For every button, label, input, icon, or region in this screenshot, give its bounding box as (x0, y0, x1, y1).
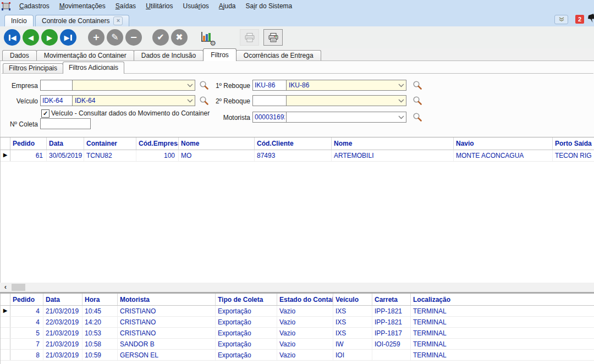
motorista-search-icon[interactable] (412, 112, 422, 123)
column-header-porto-saida[interactable]: Porto Saída (553, 137, 594, 150)
column-header-carreta[interactable]: Carreta (372, 294, 411, 305)
cell-tipo-de-coleta: Exportação (216, 350, 277, 360)
delete-record-icon[interactable]: − (125, 29, 142, 46)
motorista-label: Motorista (212, 114, 250, 122)
scroll-left-icon[interactable]: ‹ (1, 283, 10, 292)
cell-localizacao: TERMINAL (411, 306, 594, 316)
column-header-motorista[interactable]: Motorista (118, 294, 216, 305)
column-header-pedido[interactable]: Pedido (10, 137, 47, 150)
column-header-nome[interactable]: Nome (179, 137, 255, 150)
reboque1-search-icon[interactable] (412, 80, 422, 91)
column-header-nome[interactable]: Nome (332, 137, 454, 150)
scrollbar-thumb[interactable] (12, 284, 25, 291)
reboque2-code-input[interactable] (252, 95, 287, 106)
next-record-icon[interactable]: ▶ (41, 29, 58, 46)
empresa-search-icon[interactable] (199, 80, 209, 91)
veiculo-movimento-checkbox[interactable] (41, 109, 50, 118)
cell-data: 21/03/2019 (43, 339, 82, 349)
num-coleta-input[interactable] (40, 118, 91, 129)
cell-pedido: 7 (10, 339, 43, 349)
veiculo-search-icon[interactable] (199, 96, 209, 106)
chevron-down-icon[interactable] (396, 84, 406, 87)
add-record-icon[interactable]: + (88, 29, 105, 46)
pin-icon[interactable] (588, 14, 594, 25)
empresa-combo[interactable] (72, 80, 195, 91)
tab-ocorrencias-de-entrega[interactable]: Ocorrências de Entrega (236, 50, 321, 60)
column-header-navio[interactable]: Navio (454, 137, 553, 150)
close-tab-icon[interactable]: × (113, 16, 123, 25)
column-header-container[interactable]: Container (84, 137, 136, 150)
veiculo-combo[interactable]: IDK-64 (72, 95, 195, 106)
empresa-code-input[interactable] (40, 80, 73, 91)
horizontal-scrollbar[interactable]: ‹ (0, 283, 594, 292)
cell-motorista: CRISTIANO (118, 328, 216, 338)
cancel-icon[interactable]: ✖ (171, 29, 188, 46)
column-header-cod-cliente[interactable]: Cód.Cliente (255, 137, 332, 150)
cell-nome: MO (179, 150, 255, 161)
reboque1-code-input[interactable] (252, 80, 287, 91)
print-icon[interactable] (263, 29, 283, 46)
veiculo-code-input[interactable] (40, 95, 73, 106)
reboque1-combo[interactable]: IKU-86 (286, 80, 406, 91)
cell-data: 21/03/2019 (43, 306, 82, 316)
column-header-data[interactable]: Data (43, 294, 82, 305)
motorista-code-input[interactable] (252, 112, 287, 123)
filter-tab-filtros-adicionais[interactable]: Filtros Adicionais (63, 62, 124, 74)
menu-saidas[interactable]: Saídas (111, 1, 141, 12)
tab-inicio[interactable]: Início (4, 15, 34, 26)
grid-row[interactable]: ▶6130/05/2019TCNU82100MO87493ARTEMOBILIM… (1, 150, 594, 162)
menu-ajuda[interactable]: Ajuda (214, 1, 241, 12)
grid-row[interactable]: 721/03/201910:58SANDOR BExportaçãoVazioI… (1, 339, 594, 350)
row-indicator-header (1, 137, 10, 150)
menu-sair-do-sistema[interactable]: Sair do Sistema (241, 1, 298, 12)
chevron-down-icon[interactable] (396, 99, 406, 103)
cell-estado-do-container: Vazio (277, 317, 333, 327)
grid-row[interactable]: 422/03/201914:20CRISTIANOExportaçãoVazio… (1, 317, 594, 328)
tab-list-chevron-icon[interactable] (554, 15, 568, 24)
menu-movimentacoes[interactable]: Movimentações (54, 1, 111, 12)
chart-settings-icon[interactable]: ⚙ (197, 29, 216, 46)
column-header-data[interactable]: Data (47, 137, 84, 150)
chevron-down-icon[interactable] (185, 99, 195, 103)
grid-row[interactable]: ▶421/03/201910:45CRISTIANOExportaçãoVazi… (1, 306, 594, 317)
notification-badge[interactable]: 2 (575, 15, 584, 24)
reboque1-combo-text: IKU-86 (287, 81, 396, 89)
chevron-down-icon[interactable] (185, 84, 195, 87)
chevron-down-icon[interactable] (396, 115, 406, 119)
grid-row[interactable]: 821/03/201910:59GERSON ELExportaçãoVazio… (1, 350, 594, 361)
tab-movimentacao-do-container[interactable]: Movimentação do Container (36, 50, 134, 60)
filter-tab-filtros-principais[interactable]: Filtros Principais (3, 63, 63, 73)
motorista-combo[interactable] (286, 112, 406, 123)
reboque2-combo[interactable] (286, 95, 406, 106)
grid-row[interactable]: 521/03/201910:53CRISTIANOExportaçãoVazio… (1, 328, 594, 339)
containers-grid[interactable]: PedidoDataContainerCód.EmpresaNomeCód.Cl… (0, 137, 594, 283)
cell-porto-saida: TECON RIG (553, 150, 594, 161)
column-header-veiculo[interactable]: Veículo (333, 294, 372, 305)
menu-cadastros[interactable]: Cadastros (14, 1, 54, 12)
movements-grid[interactable]: PedidoDataHoraMotoristaTipo de ColetaEst… (0, 294, 594, 364)
column-header-estado-do-container[interactable]: Estado do Container (277, 294, 333, 305)
tab-dados-de-inclusao[interactable]: Dados de Inclusão (134, 50, 204, 60)
column-header-pedido[interactable]: Pedido (10, 294, 43, 305)
confirm-icon[interactable]: ✔ (152, 29, 169, 46)
toolbar-buttons: ◀◀▶▶+✎−✔✖ (4, 29, 190, 46)
previous-record-icon[interactable]: ◀ (23, 29, 39, 46)
column-header-localizacao[interactable]: Localização (411, 294, 594, 305)
column-header-tipo-de-coleta[interactable]: Tipo de Coleta (216, 294, 277, 305)
menu-usuarios[interactable]: Usuários (178, 1, 213, 12)
column-header-hora[interactable]: Hora (82, 294, 118, 305)
edit-record-icon[interactable]: ✎ (107, 29, 123, 46)
last-record-icon[interactable]: ▶ (60, 29, 76, 46)
reboque2-search-icon[interactable] (412, 96, 422, 106)
cell-pedido: 4 (10, 306, 43, 316)
menu-utilitarios[interactable]: Utilitários (141, 1, 178, 12)
tab-controle-de-containers[interactable]: Controle de Containers × (35, 15, 129, 26)
tab-dados[interactable]: Dados (2, 50, 37, 60)
column-header-cod-empresa[interactable]: Cód.Empresa (136, 137, 179, 150)
tab-filtros[interactable]: Filtros (203, 48, 237, 61)
print-preview-icon[interactable] (240, 29, 259, 46)
cell-carreta: IOI-0259 (372, 339, 411, 349)
first-record-icon[interactable]: ◀ (4, 29, 20, 46)
cell-data: 21/03/2019 (43, 328, 82, 338)
cell-pedido: 4 (10, 317, 43, 327)
